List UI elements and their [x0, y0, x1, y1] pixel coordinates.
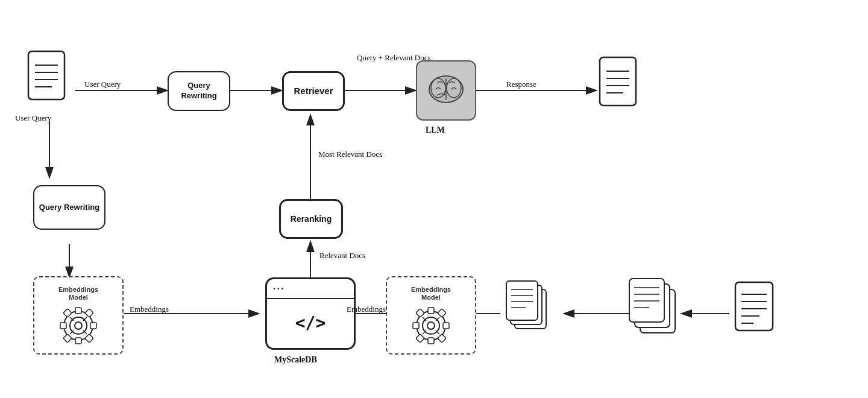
query-rewriting-top-box: Query Rewriting: [168, 71, 230, 111]
svg-rect-35: [90, 323, 96, 329]
myscaledb-label: MyScaleDB: [274, 355, 317, 365]
svg-rect-39: [63, 334, 72, 343]
svg-rect-69: [506, 281, 538, 320]
svg-point-46: [427, 322, 435, 329]
user-doc-icon: [25, 48, 74, 109]
user-query-label-left: User Query: [15, 113, 51, 124]
most-relevant-docs-label: Most Relevant Docs: [318, 150, 382, 160]
query-rewriting-bottom-box: Query Rewriting: [33, 185, 105, 230]
chunks-stack-icon: [504, 276, 564, 345]
svg-rect-84: [629, 279, 664, 322]
relevant-docs-label: Relevant Docs: [319, 251, 365, 261]
embeddings-right-label: Embeddings: [347, 305, 386, 315]
llm-label: LLM: [426, 125, 445, 136]
single-docs-icon: [729, 277, 790, 344]
svg-rect-15: [28, 51, 64, 100]
response-label: Response: [506, 80, 536, 90]
llm-box: [416, 60, 476, 121]
svg-rect-49: [413, 323, 419, 329]
embeddings-model-left-box: EmbeddingsModel: [33, 276, 124, 355]
svg-rect-37: [63, 309, 72, 317]
embeddings-model-right-box: EmbeddingsModel: [386, 276, 476, 355]
diagram: User Query User Query Query Rewriting Re…: [0, 0, 868, 398]
svg-rect-52: [416, 309, 424, 317]
retriever-box: Retriever: [282, 71, 345, 111]
docs-stack-icon: [627, 274, 693, 349]
svg-rect-89: [735, 282, 773, 330]
svg-rect-34: [60, 323, 66, 329]
svg-rect-54: [416, 334, 424, 343]
svg-rect-51: [438, 309, 446, 317]
reranking-box: Reranking: [279, 199, 343, 239]
svg-rect-50: [443, 323, 449, 329]
svg-rect-24: [600, 57, 636, 106]
svg-rect-38: [85, 334, 93, 343]
embeddings-left-label: Embeddings: [130, 305, 169, 315]
user-query-arrow-label: User Query: [84, 80, 121, 90]
svg-rect-47: [428, 308, 434, 314]
svg-rect-48: [428, 338, 434, 344]
svg-rect-33: [75, 338, 81, 344]
svg-rect-36: [85, 309, 93, 317]
myscaledb-box: ··· </>: [265, 277, 356, 350]
svg-rect-53: [438, 334, 446, 343]
query-relevant-docs-label: Query + Relevant Docs: [357, 53, 431, 63]
response-doc-icon: [597, 54, 645, 115]
svg-point-31: [75, 322, 82, 329]
svg-rect-32: [75, 308, 81, 314]
